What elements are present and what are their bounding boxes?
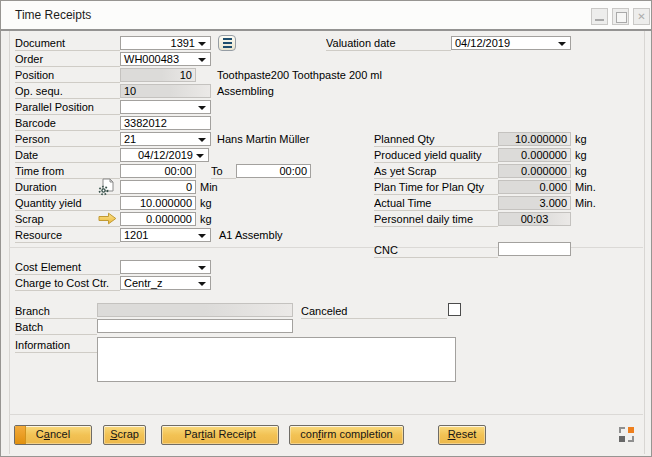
actual-time-unit: Min. [575, 196, 596, 210]
order-field[interactable]: WH000483 [120, 52, 211, 66]
valuation-date-field[interactable]: 04/12/2019 [451, 36, 571, 50]
cancel-button[interactable]: Cancel [14, 425, 92, 445]
actual-time-field: 3.000 [498, 196, 571, 210]
cost-element-field[interactable] [120, 260, 211, 274]
valuation-date-value: 04/12/2019 [455, 37, 510, 49]
chevron-down-icon[interactable] [198, 138, 206, 142]
quantity-yield-label: Quantity yield [15, 197, 120, 211]
document-label: Document [15, 37, 120, 51]
plan-time-label: Plan Time for Plan Qty [374, 181, 498, 195]
confirm-completion-button[interactable]: confirm completion [289, 425, 404, 445]
cost-element-label: Cost Element [15, 261, 120, 275]
resource-description: A1 Assembly [219, 228, 283, 242]
actual-time-value: 3.000 [539, 197, 567, 209]
charge-cost-ctr-field[interactable]: Centr_z [120, 276, 211, 290]
scrap-field[interactable]: 0.000000 [120, 212, 196, 226]
minimize-icon [595, 19, 604, 21]
plan-time-field: 0.000 [498, 180, 571, 194]
produced-yield-quality-unit: kg [575, 148, 587, 162]
date-label: Date [15, 149, 120, 163]
plan-time-value: 0.000 [539, 181, 567, 193]
batch-field[interactable] [97, 319, 293, 333]
parallel-position-field[interactable] [120, 100, 211, 114]
as-yet-scrap-value: 0.000000 [521, 165, 567, 177]
resource-field[interactable]: 1201 [120, 228, 211, 242]
time-to-field[interactable]: 00:00 [236, 164, 311, 178]
parallel-position-label: Parallel Position [15, 101, 120, 115]
charge-cost-ctr-label: Charge to Cost Ctr. [15, 277, 120, 291]
titlebar-separator [1, 29, 651, 31]
personnel-daily-time-value: 00:03 [521, 213, 549, 225]
section-separator-bottom [9, 414, 643, 415]
charge-cost-ctr-value: Centr_z [124, 277, 163, 289]
scrap-unit: kg [200, 212, 212, 226]
cnc-label: CNC [374, 244, 498, 258]
choose-from-list-icon[interactable] [218, 35, 236, 51]
branch-field [97, 303, 293, 317]
quantity-yield-value: 10.000000 [140, 197, 192, 209]
planned-qty-value: 10.000000 [515, 133, 567, 145]
chevron-down-icon[interactable] [198, 282, 206, 286]
window-title: Time Receipts [15, 8, 91, 22]
cnc-field[interactable] [498, 242, 571, 256]
chevron-down-icon[interactable] [198, 266, 206, 270]
chevron-down-icon[interactable] [198, 58, 206, 62]
branch-label: Branch [15, 305, 97, 319]
cancel-button-label: Cancel [36, 428, 70, 440]
position-field: 10 [120, 68, 196, 82]
scrap-button-label: Scrap [110, 428, 139, 440]
close-icon: ✕ [634, 9, 649, 24]
produced-yield-quality-label: Produced yield quality [374, 149, 498, 163]
resource-value: 1201 [124, 229, 148, 241]
canceled-checkbox[interactable] [448, 303, 461, 316]
person-name: Hans Martin Müller [217, 132, 309, 146]
canceled-label: Canceled [301, 305, 447, 319]
order-value: WH000483 [124, 53, 179, 65]
person-field[interactable]: 21 [120, 132, 211, 146]
personnel-daily-time-label: Personnel daily time [374, 213, 498, 227]
reset-button[interactable]: Reset [438, 425, 486, 445]
information-label: Information [15, 339, 97, 353]
link-arrow-icon[interactable] [98, 212, 117, 225]
confirm-completion-button-label: confirm completion [300, 428, 392, 440]
maximize-icon [616, 12, 627, 23]
as-yet-scrap-unit: kg [575, 164, 587, 178]
close-button[interactable]: ✕ [633, 8, 650, 25]
time-to-value: 00:00 [279, 165, 307, 177]
partial-receipt-button-label: Partial Receipt [184, 428, 256, 440]
duration-field[interactable]: 0 [120, 180, 196, 194]
personnel-daily-time-field: 00:03 [498, 212, 571, 226]
maximize-button[interactable] [612, 8, 629, 25]
scrap-button[interactable]: Scrap [103, 425, 146, 445]
time-from-label: Time from [15, 165, 120, 179]
person-label: Person [15, 133, 120, 147]
cancel-button-stripe [15, 426, 26, 444]
document-field[interactable]: 1391 [120, 36, 211, 50]
time-receipts-window: Time Receipts ✕ Document 1391 Order WH00… [0, 0, 652, 457]
minimize-button[interactable] [591, 8, 608, 25]
quantity-yield-field[interactable]: 10.000000 [120, 196, 196, 210]
information-field[interactable] [97, 337, 456, 382]
resize-grip-icon[interactable] [619, 427, 634, 442]
chevron-down-icon[interactable] [198, 106, 206, 110]
chevron-down-icon[interactable] [558, 42, 566, 46]
page-gear-icon [98, 178, 115, 196]
time-from-field[interactable]: 00:00 [120, 164, 196, 178]
planned-qty-label: Planned Qty [374, 133, 498, 147]
duration-unit: Min [200, 180, 218, 194]
item-description: Toothpaste200 Toothpaste 200 ml [217, 68, 382, 82]
produced-yield-quality-value: 0.000000 [521, 149, 567, 161]
person-value: 21 [124, 133, 136, 145]
chevron-down-icon[interactable] [198, 234, 206, 238]
chevron-down-icon[interactable] [198, 42, 206, 46]
duration-value: 0 [186, 181, 192, 193]
barcode-label: Barcode [15, 117, 120, 131]
reset-button-label: Reset [448, 428, 477, 440]
partial-receipt-button[interactable]: Partial Receipt [161, 425, 279, 445]
date-value: 04/12/2019 [138, 149, 193, 161]
date-field[interactable]: 04/12/2019 [120, 148, 209, 162]
chevron-down-icon[interactable] [196, 154, 204, 158]
op-sequ-label: Op. sequ. [15, 85, 120, 99]
as-yet-scrap-label: As yet Scrap [374, 165, 498, 179]
barcode-field[interactable]: 3382012 [120, 116, 211, 130]
